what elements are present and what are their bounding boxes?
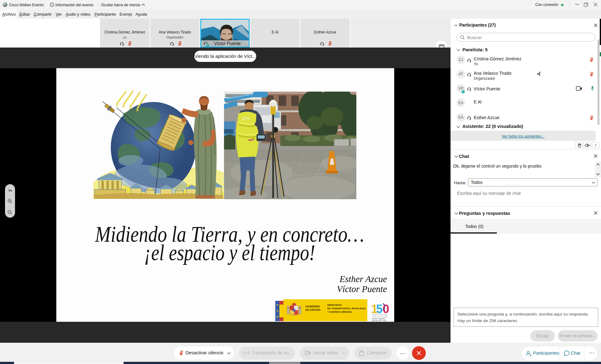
svg-text:GOBIERNO: GOBIERNO (305, 305, 320, 308)
svg-text:Víctor Puente: Víctor Puente (214, 41, 241, 46)
svg-text:DE TRANSPORTES, MOVILIDAD: DE TRANSPORTES, MOVILIDAD (327, 307, 366, 310)
svg-text:IGN: IGN (242, 116, 250, 121)
svg-text:Nacional 1870 - 2020: Nacional 1870 - 2020 (372, 320, 386, 321)
svg-text:MINISTERIO: MINISTERIO (327, 304, 342, 306)
svg-text:5: 5 (376, 303, 383, 316)
svg-text:Y AGENDA URBANA: Y AGENDA URBANA (327, 311, 352, 313)
svg-text:DE ESPAÑA: DE ESPAÑA (305, 308, 321, 311)
svg-text:Instituto Geográfico: Instituto Geográfico (372, 318, 386, 320)
